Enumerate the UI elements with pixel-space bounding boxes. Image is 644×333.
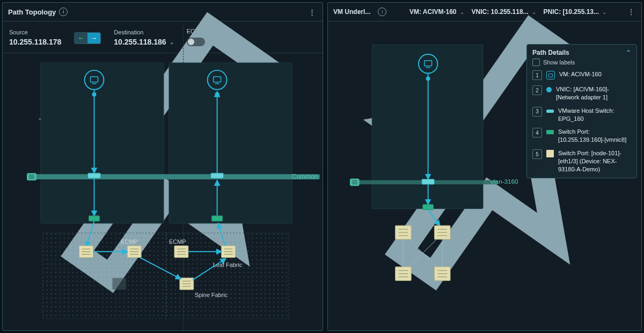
leaf-fabric-label: Leaf Fabric [213,262,243,268]
spine-fabric-label: Spine Fabric [195,292,228,298]
vlan-label: vlan-3160 [491,178,518,185]
pin-icon[interactable] [614,10,618,14]
leaf-switch [79,246,93,258]
right-titlebar: VM Underl... i VM: ACIVM-160⌄ VNIC: 10.2… [328,3,641,21]
path-steps: 1 VM: ACIVM-160 2 VNIC: [ACIVM-160]-[Net… [527,70,636,173]
leaf-switch [174,246,188,258]
spine-switch [396,267,412,281]
vnic-icon [546,87,552,92]
leaf-switch [127,246,141,258]
right-canvas[interactable]: vlan-3160 [328,21,641,330]
svg-rect-30 [212,216,223,221]
collapse-icon[interactable]: ⌃ [626,49,631,56]
left-topology-svg: Common [3,53,323,330]
ghost-switch [112,278,126,289]
svg-rect-16 [88,173,101,178]
left-canvas[interactable]: Common [3,53,323,330]
ecmp-badge: ECMP [169,238,186,245]
details-title: Path Details [532,49,569,56]
spine-switch [180,278,194,289]
svg-point-15 [92,92,97,97]
show-labels-checkbox[interactable] [532,59,540,66]
svg-point-27 [215,92,219,97]
vm-icon [546,71,555,79]
svg-rect-6 [31,174,320,179]
spine-switch [434,267,450,281]
svg-rect-52 [423,205,434,210]
path-step[interactable]: 1 VM: ACIVM-160 [532,70,631,80]
leaf-switch [222,246,236,258]
path-step[interactable]: 4 Switch Port: [10.255.139.160]-[vmnic8] [532,128,631,144]
ecmp-badge: ECMP [121,238,138,245]
leaf-switch [396,226,412,240]
host-switch-icon [546,110,554,113]
svg-rect-50 [422,179,435,184]
ecmp-toggle[interactable] [187,38,205,46]
path-step[interactable]: 5 Switch Port: [node-101]-[eth1/3] (Devi… [532,149,631,173]
vm-underlay-pane: VM Underl... i VM: ACIVM-160⌄ VNIC: 10.2… [327,2,642,331]
path-step[interactable]: 2 VNIC: [ACIVM-160]-[Network adapter 1] [532,85,631,102]
path-details-panel: Path Details ⌃ Show labels 1 VM: ACIVM-1… [526,44,637,178]
path-topology-pane: Path Topology i ⋮ Source 10.255.118.178 … [2,2,323,331]
svg-rect-36 [112,278,126,289]
path-step[interactable]: 3 VMware Host Switch: EPG_160 [532,107,631,123]
show-labels-label: Show labels [543,59,575,66]
svg-line-53 [428,210,440,226]
common-label: Common [292,173,318,180]
svg-rect-28 [211,173,224,178]
svg-rect-18 [89,216,100,221]
pin-icon[interactable] [299,10,303,14]
svg-rect-0 [41,63,164,223]
switch-port-icon [546,130,554,134]
left-titlebar: Path Topology i ⋮ [3,3,323,21]
svg-rect-1 [169,63,292,223]
switch-icon [546,150,554,157]
leaf-switch [434,226,450,240]
